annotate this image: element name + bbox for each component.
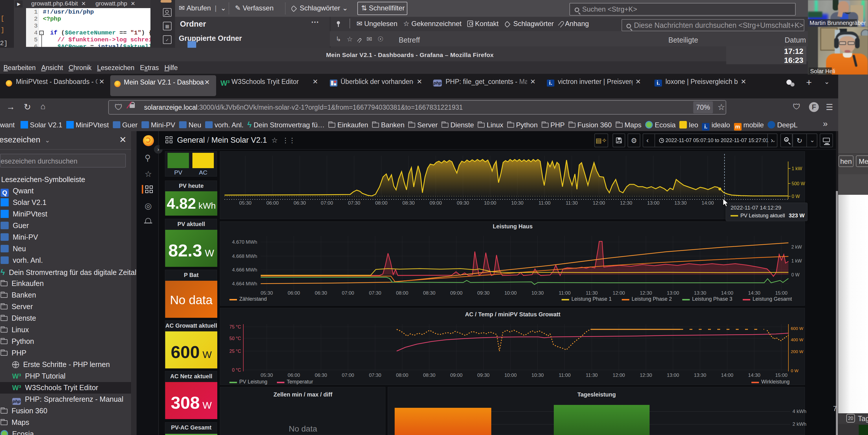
svg-text:0 °C: 0 °C: [232, 368, 241, 372]
svg-text:Leistung Phase 2: Leistung Phase 2: [631, 296, 672, 302]
svg-text:12:00: 12:00: [613, 290, 625, 296]
svg-text:12:30: 12:30: [640, 372, 652, 378]
svg-text:11:00: 11:00: [559, 290, 570, 296]
svg-text:08:00: 08:00: [396, 290, 408, 296]
svg-text:4.670 MWh: 4.670 MWh: [232, 239, 257, 245]
svg-text:10:30: 10:30: [531, 372, 544, 378]
svg-text:400 W: 400 W: [791, 337, 804, 342]
svg-text:14:00: 14:00: [721, 372, 734, 378]
svg-text:11:30: 11:30: [586, 290, 598, 296]
svg-text:50 °C: 50 °C: [229, 336, 241, 341]
svg-text:06:00: 06:00: [288, 372, 300, 378]
svg-text:06:30: 06:30: [315, 290, 327, 296]
svg-text:07:00: 07:00: [321, 200, 333, 206]
svg-text:10:00: 10:00: [504, 290, 517, 296]
svg-text:500 W: 500 W: [792, 181, 805, 186]
svg-text:06:30: 06:30: [315, 372, 327, 378]
svg-text:11:30: 11:30: [586, 372, 598, 378]
svg-text:10:30: 10:30: [531, 290, 544, 296]
svg-text:14:30: 14:30: [748, 290, 761, 296]
svg-text:11:00: 11:00: [538, 200, 550, 206]
svg-text:08:00: 08:00: [375, 200, 388, 206]
svg-text:12:00: 12:00: [593, 200, 605, 206]
svg-text:12:30: 12:30: [640, 290, 652, 296]
svg-text:Leistung Phase 3: Leistung Phase 3: [692, 296, 732, 302]
svg-text:07:30: 07:30: [348, 200, 361, 206]
svg-text:07:30: 07:30: [369, 290, 381, 296]
svg-text:13:00: 13:00: [667, 372, 679, 378]
svg-text:10:30: 10:30: [511, 200, 524, 206]
svg-text:10:00: 10:00: [484, 200, 496, 206]
svg-text:13:00: 13:00: [647, 200, 660, 206]
svg-text:PV Leistung: PV Leistung: [239, 379, 267, 385]
svg-text:08:30: 08:30: [402, 200, 415, 206]
svg-text:15:00: 15:00: [775, 372, 787, 378]
svg-text:13:00: 13:00: [667, 290, 679, 296]
svg-text:0 W: 0 W: [791, 272, 800, 277]
svg-text:07:00: 07:00: [342, 372, 354, 378]
svg-text:12:30: 12:30: [620, 200, 632, 206]
svg-text:75 °C: 75 °C: [229, 324, 241, 329]
svg-text:2 kW: 2 kW: [791, 245, 802, 249]
svg-text:Wirkleistung: Wirkleistung: [761, 379, 789, 385]
svg-text:09:30: 09:30: [477, 372, 490, 378]
svg-text:14:00: 14:00: [702, 200, 714, 206]
svg-text:06:30: 06:30: [294, 200, 306, 206]
svg-text:4.666 MWh: 4.666 MWh: [232, 267, 257, 273]
svg-text:13:30: 13:30: [694, 372, 706, 378]
svg-text:11:00: 11:00: [559, 372, 570, 378]
svg-text:1 kW: 1 kW: [792, 166, 802, 171]
svg-text:Leistung Phase 1: Leistung Phase 1: [571, 296, 612, 302]
svg-text:14:00: 14:00: [721, 290, 734, 296]
svg-text:05:30: 05:30: [239, 200, 252, 206]
svg-text:25 °C: 25 °C: [229, 349, 241, 354]
svg-text:15:00: 15:00: [775, 290, 787, 296]
svg-text:13:30: 13:30: [675, 200, 687, 206]
svg-text:0 W: 0 W: [792, 194, 800, 199]
svg-text:200 W: 200 W: [791, 349, 804, 354]
svg-text:4.664 MWh: 4.664 MWh: [232, 281, 257, 286]
svg-text:07:00: 07:00: [342, 290, 354, 296]
svg-text:08:30: 08:30: [423, 290, 435, 296]
svg-text:Zählerstand: Zählerstand: [239, 296, 267, 302]
svg-text:08:00: 08:00: [396, 372, 408, 378]
svg-text:06:00: 06:00: [267, 200, 279, 206]
svg-text:09:00: 09:00: [430, 200, 442, 206]
svg-text:09:30: 09:30: [457, 200, 469, 206]
svg-text:4.668 MWh: 4.668 MWh: [232, 253, 257, 259]
svg-text:05:30: 05:30: [261, 372, 273, 378]
svg-text:Temperatur: Temperatur: [287, 379, 313, 385]
svg-text:11:30: 11:30: [566, 200, 578, 206]
svg-text:09:00: 09:00: [450, 372, 463, 378]
svg-text:12:00: 12:00: [613, 372, 625, 378]
svg-text:Leistung Gesamt: Leistung Gesamt: [752, 296, 792, 302]
svg-text:1 kW: 1 kW: [791, 258, 802, 263]
svg-text:06:00: 06:00: [288, 290, 300, 296]
svg-text:09:30: 09:30: [477, 290, 490, 296]
svg-text:05:30: 05:30: [261, 290, 273, 296]
svg-text:14:30: 14:30: [748, 372, 761, 378]
svg-text:0 W: 0 W: [791, 368, 799, 373]
svg-text:08:30: 08:30: [423, 372, 435, 378]
svg-text:07:30: 07:30: [369, 372, 381, 378]
svg-text:10:00: 10:00: [504, 372, 517, 378]
svg-text:09:00: 09:00: [450, 290, 463, 296]
svg-text:13:30: 13:30: [694, 290, 706, 296]
svg-text:600 W: 600 W: [791, 326, 804, 331]
